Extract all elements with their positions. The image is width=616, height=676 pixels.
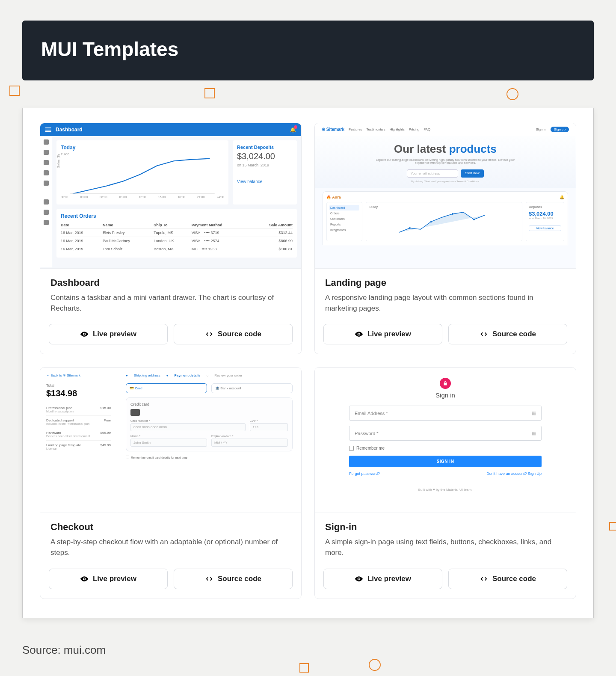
nav-link[interactable]: Pricing	[409, 127, 419, 131]
hamburger-icon[interactable]	[45, 127, 51, 132]
mini-deposits-title: Deposits	[529, 205, 561, 209]
live-preview-button[interactable]: Live preview	[49, 569, 168, 589]
template-card-signin: Sign in Email Address *▦ Password *▦ Rem…	[314, 367, 576, 599]
orders-title: Recent Orders	[61, 213, 293, 219]
nav-link[interactable]: FAQ	[424, 127, 430, 131]
back-link[interactable]: ← Back to ✳ Sitemark	[46, 374, 111, 377]
live-preview-button[interactable]: Live preview	[49, 324, 168, 344]
forgot-password-link[interactable]: Forgot password?	[349, 471, 380, 476]
deposits-title: Recent Deposits	[237, 145, 293, 150]
nav-signup[interactable]: Sign up	[551, 127, 569, 132]
source-code-button[interactable]: Source code	[448, 569, 567, 589]
mini-sidenav: Dashboard Orders Customers Reports Integ…	[326, 202, 362, 241]
thumbnail-signin: Sign in Email Address *▦ Password *▦ Rem…	[315, 368, 576, 513]
code-icon	[480, 330, 488, 338]
page-header: MUI Templates	[22, 21, 594, 80]
template-card-dashboard: Dashboard	[40, 123, 302, 354]
table-row: 16 Mar, 2019Elvis PresleyTupelo, MSVISA …	[61, 229, 293, 237]
lock-icon	[440, 378, 451, 389]
nav-link[interactable]: Features	[349, 127, 362, 131]
nav-link[interactable]: Highlights	[390, 127, 405, 131]
start-now-button[interactable]: Start now	[461, 169, 484, 178]
drawer-icon[interactable]	[44, 150, 49, 155]
svg-point-2	[430, 221, 432, 222]
line-item: Professional planMonthly subscription$15…	[46, 403, 111, 416]
bell-icon[interactable]: 🔔	[560, 195, 564, 199]
mini-deposits-amount: $3,024.00	[529, 211, 561, 217]
signin-footer: Built with ♥ by the Material-UI team.	[418, 488, 473, 492]
side-item[interactable]: Reports	[329, 222, 359, 227]
line-chart-svg	[61, 156, 224, 195]
col-payment: Payment Method	[192, 222, 249, 229]
mini-chart-title: Today	[369, 205, 519, 209]
col-date: Date	[61, 222, 103, 229]
drawer-icon[interactable]	[44, 139, 49, 145]
name-input[interactable]: John Smith	[130, 439, 207, 447]
svg-point-1	[409, 227, 411, 229]
card-desc: Contains a taskbar and a mini variant dr…	[50, 293, 291, 314]
brand-logo[interactable]: ✳ Sitemark	[322, 127, 344, 132]
chart-title: Today	[61, 145, 224, 151]
svg-point-3	[452, 213, 453, 215]
source-code-button[interactable]: Source code	[174, 569, 293, 589]
card-number-input[interactable]: 0000 0000 0000 0000	[130, 423, 246, 431]
button-label: Source code	[492, 330, 536, 338]
nav-link[interactable]: Testimonials	[367, 127, 385, 131]
button-label: Live preview	[367, 575, 411, 583]
side-item[interactable]: Orders	[329, 211, 359, 216]
drawer-icon[interactable]	[44, 210, 49, 215]
field-label: Card number *	[130, 419, 246, 422]
remember-checkbox[interactable]: Remember credit card details for next ti…	[126, 456, 293, 459]
remember-checkbox[interactable]: Remember me	[349, 446, 542, 451]
drawer-icon[interactable]	[44, 181, 49, 186]
side-item[interactable]: Customers	[329, 216, 359, 222]
decor-circle	[369, 659, 381, 671]
source-code-button[interactable]: Source code	[174, 324, 293, 344]
signin-button[interactable]: SIGN IN	[349, 456, 542, 467]
thumbnail-checkout: ← Back to ✳ Sitemark Total $134.98 Profe…	[40, 368, 301, 513]
source-code-button[interactable]: Source code	[448, 324, 567, 344]
appbar-title: Dashboard	[56, 127, 83, 133]
signup-link[interactable]: Don't have an account? Sign Up	[486, 471, 542, 476]
view-balance-button[interactable]: View balance	[529, 225, 561, 231]
button-label: Source code	[218, 330, 261, 338]
total-amount: $134.98	[46, 388, 111, 398]
eye-icon	[80, 330, 89, 338]
decor-square	[609, 522, 616, 531]
tab-card[interactable]: 💳 Card	[126, 383, 207, 393]
side-item[interactable]: Dashboard	[329, 205, 359, 211]
thumbnail-dashboard: Dashboard	[40, 123, 301, 269]
templates-panel: Dashboard	[22, 108, 594, 618]
recent-orders: Recent Orders Date Name Ship To Payment …	[56, 209, 297, 258]
total-label: Total	[46, 383, 111, 388]
mini-deposits: Deposits $3,024.00 as of March 16, 2019 …	[526, 202, 564, 241]
drawer-icon[interactable]	[44, 220, 49, 225]
mini-drawer	[40, 136, 52, 267]
email-field[interactable]: Email Address *▦	[349, 406, 542, 421]
drawer-icon[interactable]	[44, 160, 49, 165]
page-title: MUI Templates	[41, 38, 575, 61]
field-label: Expiration date *	[211, 435, 288, 438]
decor-square	[204, 88, 215, 98]
tab-bank[interactable]: 🏦 Bank account	[211, 383, 293, 393]
bell-icon[interactable]	[290, 127, 296, 133]
line-item: Landing page templateLicense$49.99	[46, 441, 111, 453]
mini-deposits-date: as of March 16, 2019	[529, 217, 561, 219]
drawer-icon[interactable]	[44, 170, 49, 175]
side-item[interactable]: Integrations	[329, 227, 359, 233]
email-input[interactable]: Your email address	[407, 169, 458, 178]
nav-signin[interactable]: Sign in	[536, 127, 546, 131]
cvv-input[interactable]: 123	[250, 423, 288, 431]
svg-point-4	[473, 219, 475, 220]
chart-ylabel: Sales ($)	[56, 154, 60, 168]
expiry-input[interactable]: MM / YY	[211, 439, 288, 447]
credit-card-form: Credit card Card number *0000 0000 0000 …	[126, 397, 293, 451]
view-balance-link[interactable]: View balance	[237, 179, 293, 184]
decor-square	[299, 663, 309, 673]
live-preview-button[interactable]: Live preview	[323, 569, 442, 589]
drawer-icon[interactable]	[44, 199, 49, 205]
template-card-landing: ✳ Sitemark Features Testimonials Highlig…	[314, 123, 576, 354]
deposits-card: Recent Deposits $3,024.00 on 15 March, 2…	[233, 140, 297, 205]
live-preview-button[interactable]: Live preview	[323, 324, 442, 344]
password-field[interactable]: Password *▦	[349, 426, 542, 441]
